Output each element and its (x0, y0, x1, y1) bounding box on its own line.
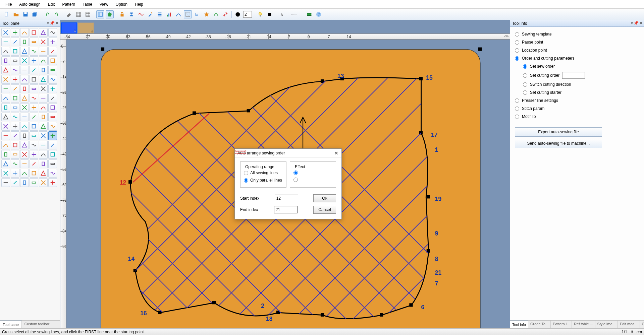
close-icon[interactable]: ✕ (333, 150, 339, 156)
thumbnail-1[interactable]: 1 (61, 22, 77, 34)
export-button[interactable]: Export auto-sewing file (515, 127, 602, 137)
pin-icon[interactable]: 📌 (634, 21, 639, 25)
pin-icon[interactable]: 📌 (50, 21, 55, 25)
tool-cell-65[interactable] (48, 122, 57, 131)
tool-cell-12[interactable] (1, 47, 10, 56)
tool-cell-53[interactable] (48, 103, 57, 112)
menu-file[interactable]: File (2, 1, 15, 8)
tool-cell-34[interactable] (39, 75, 48, 84)
formula-icon[interactable]: fx (193, 10, 201, 18)
tool-cell-19[interactable] (11, 56, 19, 65)
menu-table[interactable]: Table (79, 1, 96, 8)
bulb-icon[interactable] (256, 10, 264, 18)
radio-set-cutting-order[interactable]: Set cutting order (515, 70, 639, 80)
tool-cell-101[interactable] (48, 178, 57, 187)
ok-button[interactable]: Ok (313, 194, 336, 202)
tool-cell-93[interactable] (30, 169, 38, 178)
tool-cell-100[interactable] (39, 178, 48, 187)
arc-icon[interactable] (212, 10, 220, 18)
tool-cell-90[interactable] (1, 169, 10, 178)
tool-cell-51[interactable] (30, 103, 38, 112)
lock-icon[interactable] (118, 10, 126, 18)
measure-icon[interactable] (184, 10, 192, 18)
radio-pause-point[interactable]: Pause point (515, 38, 639, 46)
tool-cell-15[interactable] (30, 47, 38, 56)
radio-all-lines[interactable]: All sewing lines (244, 169, 283, 177)
tool-cell-31[interactable] (11, 75, 19, 84)
tab-custom-toolbar[interactable]: Custom toolbar (22, 321, 53, 328)
text-icon[interactable]: A (278, 10, 286, 18)
tool-cell-54[interactable] (1, 113, 10, 121)
radio-stitch-param[interactable]: Stitch param (515, 105, 639, 113)
radio-effect-1[interactable] (293, 169, 332, 176)
tool-cell-52[interactable] (39, 103, 48, 112)
radio-order-cutting[interactable]: Order and cutting parameters (515, 54, 639, 62)
tool-cell-37[interactable] (11, 84, 19, 93)
tool-cell-60[interactable] (1, 122, 10, 131)
close-icon[interactable]: ✕ (55, 21, 59, 25)
tool-cell-70[interactable] (39, 131, 48, 140)
help-icon[interactable]: ? (315, 10, 323, 18)
tool-cell-68[interactable] (20, 131, 29, 140)
brush-icon[interactable] (146, 10, 154, 18)
wave-icon[interactable] (137, 10, 145, 18)
radio-sewing-template[interactable]: Sewing template (515, 30, 639, 38)
tool-cell-33[interactable] (30, 75, 38, 84)
tool-cell-87[interactable] (30, 159, 38, 168)
tab-tool-info[interactable]: Tool info (510, 321, 528, 328)
undo-icon[interactable] (43, 10, 51, 18)
curve-icon[interactable] (174, 10, 182, 18)
tool-cell-18[interactable] (1, 56, 10, 65)
save-all-icon[interactable] (31, 10, 39, 18)
tool-cell-26[interactable] (20, 66, 29, 74)
tool-cell-83[interactable] (48, 150, 57, 159)
tool-cell-82[interactable] (39, 150, 48, 159)
new-file-icon[interactable] (3, 10, 11, 18)
tool-cell-16[interactable] (39, 47, 48, 56)
start-index-input[interactable] (275, 195, 298, 202)
tool-cell-79[interactable] (11, 150, 19, 159)
tool-cell-48[interactable] (1, 103, 10, 112)
tool-cell-97[interactable] (11, 178, 19, 187)
align-icon[interactable] (156, 10, 164, 18)
tool-cell-72[interactable] (1, 141, 10, 149)
dropdown-icon[interactable]: ▾ (47, 21, 49, 25)
send-to-machine-button[interactable]: Send auto-sewing file to machine... (515, 139, 602, 148)
tool-cell-24[interactable] (1, 66, 10, 74)
menu-option[interactable]: Option (112, 1, 131, 8)
tab-edit-measure[interactable]: Edit mea... (618, 321, 640, 328)
tool-cell-59[interactable] (48, 113, 57, 121)
tool-cell-96[interactable] (1, 178, 10, 187)
tool-cell-67[interactable] (11, 131, 19, 140)
black-swatch-icon[interactable] (266, 10, 274, 18)
tool-cell-36[interactable] (1, 84, 10, 93)
tool-cell-89[interactable] (48, 159, 57, 168)
tool-cell-58[interactable] (39, 113, 48, 121)
tool-cell-92[interactable] (20, 169, 29, 178)
tool-cell-25[interactable] (11, 66, 19, 74)
tool-cell-64[interactable] (39, 122, 48, 131)
tool-cell-47[interactable] (48, 94, 57, 103)
dropdown-icon[interactable]: ▾ (631, 21, 633, 25)
tool-cell-14[interactable] (20, 47, 29, 56)
tool-cell-63[interactable] (30, 122, 38, 131)
linestyle-icon[interactable] (287, 10, 301, 18)
cutting-order-input[interactable] (562, 72, 585, 79)
menu-help[interactable]: Help (131, 1, 147, 8)
tool-cell-46[interactable] (39, 94, 48, 103)
tool-cell-69[interactable] (30, 131, 38, 140)
radio-presser-line[interactable]: Presser line settings (515, 96, 639, 105)
thumbnail-2[interactable]: 1 (78, 22, 94, 34)
tool-cell-66[interactable] (1, 131, 10, 140)
tool-cell-44[interactable] (20, 94, 29, 103)
radio-effect-2[interactable] (293, 176, 332, 183)
tool-cell-39[interactable] (30, 84, 38, 93)
tool-cell-2[interactable] (20, 28, 29, 37)
tool-cell-23[interactable] (48, 56, 57, 65)
tool-cell-21[interactable] (30, 56, 38, 65)
open-file-icon[interactable] (12, 10, 20, 18)
tool-cell-77[interactable] (48, 141, 57, 149)
star-icon[interactable] (203, 10, 211, 18)
tool-cell-43[interactable] (11, 94, 19, 103)
tool-cell-88[interactable] (39, 159, 48, 168)
